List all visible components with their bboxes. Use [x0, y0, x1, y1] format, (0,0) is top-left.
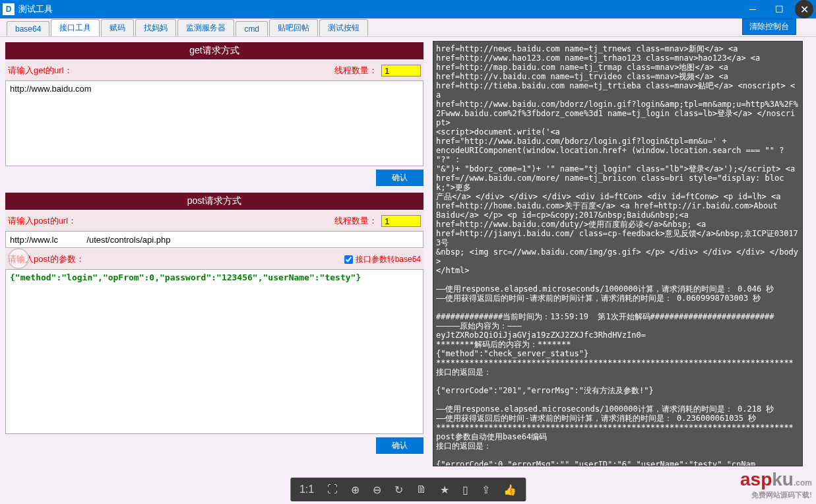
get-url-input[interactable]: http://www.baidu.com	[5, 80, 424, 166]
titlebar: D 测试工具 ─ ☐ ✕	[0, 0, 816, 18]
maximize-button[interactable]: ☐	[766, 0, 792, 18]
get-thread-input[interactable]	[381, 65, 421, 77]
get-confirm-button[interactable]: 确认	[376, 170, 424, 186]
zoom-out-icon[interactable]: ⊖	[373, 484, 381, 496]
post-param-label: 请输入post的参数：	[8, 253, 344, 265]
post-thread-label: 线程数量：	[334, 215, 377, 227]
post-section-header: post请求方式	[5, 193, 424, 210]
console-output[interactable]: href=http://news.baidu.com name=tj_trnew…	[433, 41, 803, 466]
tab-bar: base64 接口工具 赋码 找妈妈 监测服务器 cmd 贴吧回帖 测试按钮 清…	[0, 18, 816, 37]
get-url-label: 请输入get的url：	[8, 65, 334, 77]
zoom-ratio-label: 1:1	[299, 484, 314, 495]
tab-tieba[interactable]: 贴吧回帖	[269, 19, 318, 36]
tab-cmd[interactable]: cmd	[235, 21, 268, 36]
get-thread-label: 线程数量：	[334, 65, 377, 77]
rotate-icon[interactable]: ↻	[394, 484, 403, 496]
tab-fuma[interactable]: 赋码	[101, 19, 134, 36]
left-panel: get请求方式 请输入get的url： 线程数量： http://www.bai…	[0, 37, 429, 504]
tab-interface-tool[interactable]: 接口工具	[51, 19, 100, 36]
prev-arrow-icon[interactable]: ‹	[8, 248, 29, 269]
window-title: 测试工具	[18, 3, 739, 15]
base64-checkbox[interactable]	[344, 255, 353, 264]
zoom-in-icon[interactable]: ⊕	[351, 484, 360, 496]
like-icon[interactable]: 👍	[503, 484, 517, 496]
clear-console-button[interactable]: 清除控制台	[742, 18, 796, 35]
tab-base64[interactable]: base64	[7, 21, 49, 36]
post-thread-input[interactable]	[381, 215, 421, 227]
post-param-input[interactable]: {"method":"login","opFrom":0,"password":…	[5, 269, 424, 434]
watermark: aspku.com 免费网站源码下载!	[740, 469, 812, 500]
save-icon[interactable]: 🗎	[416, 484, 427, 495]
base64-checkbox-label: 接口参数转base64	[356, 254, 421, 265]
get-section-header: get请求方式	[5, 42, 424, 59]
post-url-label: 请输入post的url：	[8, 215, 334, 227]
bookmark-icon[interactable]: ★	[440, 484, 449, 496]
tab-monitor-server[interactable]: 监测服务器	[177, 19, 234, 36]
viewer-toolbar: 1:1 ⛶ ⊕ ⊖ ↻ 🗎 ★ ▯ ⇪ 👍	[290, 478, 526, 501]
tab-test-button[interactable]: 测试按钮	[319, 19, 368, 36]
post-url-input[interactable]	[5, 231, 424, 248]
post-confirm-button[interactable]: 确认	[376, 437, 424, 454]
fit-screen-icon[interactable]: ⛶	[327, 484, 338, 495]
tablet-icon[interactable]: ▯	[462, 484, 468, 496]
close-button[interactable]: ✕	[795, 0, 813, 18]
share-icon[interactable]: ⇪	[482, 484, 490, 496]
minimize-button[interactable]: ─	[739, 0, 766, 18]
right-panel: href=http://news.baidu.com name=tj_trnew…	[429, 37, 816, 504]
tab-zhaomama[interactable]: 找妈妈	[135, 19, 176, 36]
app-logo: D	[3, 3, 15, 15]
